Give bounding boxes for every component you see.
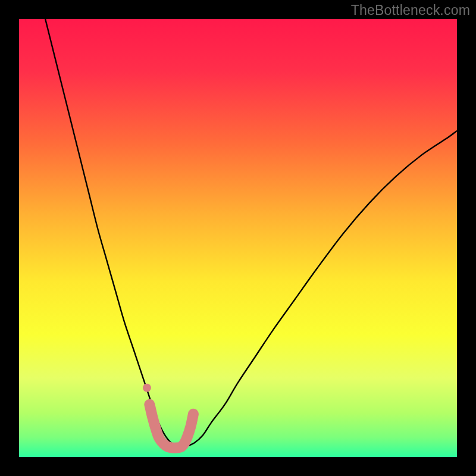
plot-area — [19, 19, 457, 457]
watermark-text: TheBottleneck.com — [351, 2, 470, 18]
background-gradient — [19, 19, 457, 457]
chart-frame: TheBottleneck.com — [0, 0, 476, 476]
chart-svg — [19, 19, 457, 457]
lone-marker — [143, 384, 151, 392]
